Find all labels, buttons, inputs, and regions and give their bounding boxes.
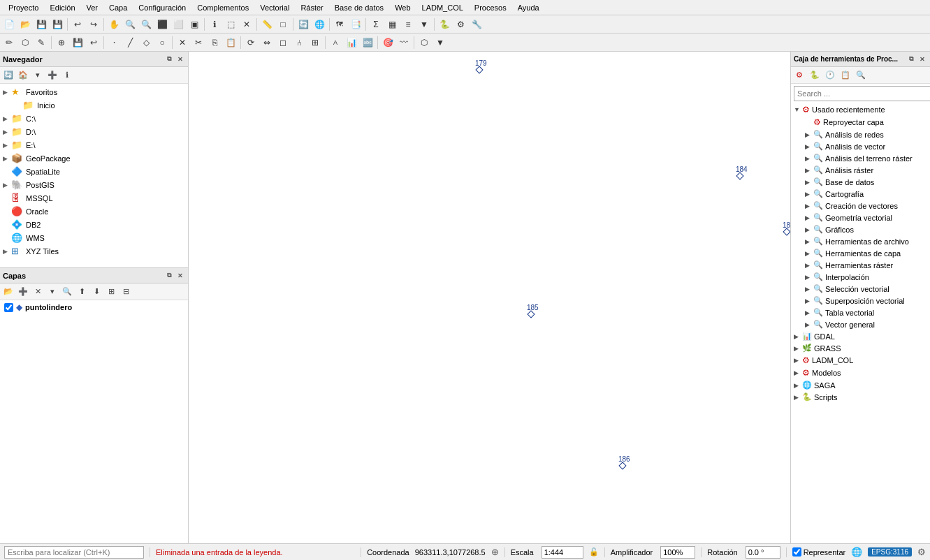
tb-zoom-in[interactable]: 🔍 [122, 17, 138, 32]
nav-info-btn[interactable]: ℹ [60, 68, 74, 82]
menu-web[interactable]: Web [389, 2, 416, 13]
proc-section-4[interactable]: ▶ 🔍 Análisis del terreno ráster [791, 152, 930, 164]
tb2-more2[interactable]: ▼ [433, 35, 448, 50]
tb2-label[interactable]: A [328, 35, 343, 50]
proc-section-5[interactable]: ▶ 🔍 Análisis ráster [791, 164, 930, 176]
tb2-snap[interactable]: 🎯 [380, 35, 395, 50]
tb2-add-ring[interactable]: ○ [154, 35, 170, 50]
tb-refresh[interactable]: 🔄 [296, 17, 311, 32]
layers-collapse-btn[interactable]: ⊟ [119, 285, 133, 299]
layers-filter2-btn[interactable]: 🔍 [60, 285, 74, 299]
tb-debug[interactable]: 🔧 [469, 17, 484, 32]
proc-section-13[interactable]: ▶ 🔍 Herramientas ráster [791, 259, 930, 271]
tb2-node[interactable]: ⬡ [17, 35, 33, 50]
proc-section-23[interactable]: ▶ 🌐 SAGA [791, 379, 930, 391]
nav-filter-btn[interactable]: ▾ [31, 68, 45, 82]
tb-stat[interactable]: Σ [368, 17, 384, 32]
proc-section-18[interactable]: ▶ 🔍 Vector general [791, 318, 930, 330]
layers-expand-btn[interactable]: ⊞ [104, 285, 118, 299]
proc-section-6[interactable]: ▶ 🔍 Base de datos [791, 176, 930, 188]
proc-section-9[interactable]: ▶ 🔍 Geometría vectorial [791, 212, 930, 223]
tb2-toggle[interactable]: ⊕ [54, 35, 69, 50]
tb-pan[interactable]: ✋ [106, 17, 122, 32]
tb2-cut[interactable]: ✂ [191, 35, 206, 50]
layer-checkbox-puntolindero[interactable] [4, 303, 13, 312]
proc-section-21[interactable]: ▶ ⚙ LADM_COL [791, 354, 930, 367]
proc-section-3[interactable]: ▶ 🔍 Análisis de vector [791, 140, 930, 152]
layers-close-btn[interactable]: ✕ [175, 271, 185, 281]
tb-identify[interactable]: ℹ [207, 17, 222, 32]
navigator-float-btn[interactable]: ⧉ [164, 54, 174, 64]
tb2-add-point[interactable]: ⬝ [106, 35, 122, 50]
status-scale-input[interactable] [542, 546, 583, 559]
tb2-diagram[interactable]: 📊 [344, 35, 359, 50]
tb2-rotate[interactable]: ⟳ [243, 35, 259, 50]
menu-base-datos[interactable]: Base de datos [329, 2, 389, 13]
proc-section-20[interactable]: ▶ 🌿 GRASS [791, 342, 930, 354]
tb2-edit[interactable]: ✎ [34, 35, 49, 50]
layers-add-btn[interactable]: ➕ [16, 285, 30, 299]
menu-vectorial[interactable]: Vectorial [254, 2, 295, 13]
tb2-simplify[interactable]: ◻ [275, 35, 291, 50]
nav-item-inicio[interactable]: 📁 Inicio [0, 98, 188, 112]
tb2-trace[interactable]: 〰 [396, 35, 412, 50]
tb-globe[interactable]: 🌐 [312, 17, 327, 32]
nav-item-d[interactable]: ▶ 📁 D:\ [0, 125, 188, 138]
nav-item-favoritos[interactable]: ▶ ★ Favoritos [0, 85, 188, 98]
layers-down-btn[interactable]: ⬇ [89, 285, 103, 299]
proc-section-17[interactable]: ▶ 🔍 Tabla vectorial [791, 307, 930, 318]
tb2-merge[interactable]: ⊞ [307, 35, 323, 50]
layer-item-puntolindero[interactable]: ◆ puntolindero [0, 300, 188, 314]
tb-open[interactable]: 📂 [17, 17, 33, 32]
tb2-roll[interactable]: ↩ [86, 35, 101, 50]
tb2-paste[interactable]: 📋 [223, 35, 238, 50]
nav-item-postgis[interactable]: ▶ 🐘 PostGIS [0, 178, 188, 191]
status-settings-icon[interactable]: ⚙ [917, 547, 926, 557]
proc-section-22[interactable]: ▶ ⚙ Modelos [791, 367, 930, 379]
tb-save-as[interactable]: 💾 [50, 17, 65, 32]
tb2-scale[interactable]: ⇔ [259, 35, 275, 50]
menu-edicion[interactable]: Edición [44, 2, 80, 13]
proc-section-14[interactable]: ▶ 🔍 Interpolación [791, 271, 930, 283]
layers-remove-btn[interactable]: ✕ [31, 285, 45, 299]
status-rot-input[interactable] [746, 546, 780, 559]
proc-section-24[interactable]: ▶ 🐍 Scripts [791, 391, 930, 403]
nav-item-geopackage[interactable]: ▶ 📦 GeoPackage [0, 152, 188, 165]
status-render-icon[interactable]: 🌐 [851, 547, 862, 557]
tb-deselect[interactable]: ✕ [239, 17, 254, 32]
tb2-field[interactable]: 🔤 [360, 35, 375, 50]
tb-measure[interactable]: 📏 [259, 17, 275, 32]
status-represent-checkbox[interactable] [792, 547, 801, 557]
tb-macro[interactable]: ⚙ [453, 17, 468, 32]
layers-open-btn[interactable]: 📂 [1, 285, 15, 299]
proc-section-1[interactable]: ⚙ Reproyectar capa [791, 116, 930, 128]
tb2-digitize[interactable]: ✏ [1, 35, 17, 50]
proc-section-10[interactable]: ▶ 🔍 Gráficos [791, 223, 930, 235]
nav-item-e[interactable]: ▶ 📁 E:\ [0, 138, 188, 152]
tb2-save-edits[interactable]: 💾 [70, 35, 85, 50]
nav-item-spatialite[interactable]: 🔷 SpatiaLite [0, 165, 188, 178]
navigator-close-btn[interactable]: ✕ [175, 54, 185, 64]
layers-filter-btn[interactable]: ▾ [45, 285, 59, 299]
layers-float-btn[interactable]: ⧉ [164, 271, 174, 281]
tb-save[interactable]: 💾 [34, 17, 49, 32]
nav-item-wms[interactable]: 🌐 WMS [0, 231, 188, 244]
processing-float-btn[interactable]: ⧉ [906, 54, 916, 64]
proc-section-12[interactable]: ▶ 🔍 Herramientas de capa [791, 247, 930, 259]
nav-item-oracle[interactable]: 🔴 Oracle [0, 205, 188, 218]
tb-new[interactable]: 📄 [1, 17, 17, 32]
proc-section-11[interactable]: ▶ 🔍 Herramientas de archivo [791, 235, 930, 247]
tb-zoom-out[interactable]: 🔍 [138, 17, 154, 32]
tb2-topology[interactable]: ⬡ [416, 35, 432, 50]
status-amp-input[interactable] [660, 546, 695, 559]
status-search-input[interactable] [4, 546, 144, 559]
proc-section-7[interactable]: ▶ 🔍 Cartografía [791, 188, 930, 200]
menu-capa[interactable]: Capa [103, 2, 133, 13]
nav-item-mssql[interactable]: 🗄 MSSQL [0, 191, 188, 205]
proc-section-16[interactable]: ▶ 🔍 Superposición vectorial [791, 295, 930, 307]
nav-home-btn[interactable]: 🏠 [16, 68, 30, 82]
tb2-add-line[interactable]: ╱ [122, 35, 138, 50]
tb-zoom-full[interactable]: ⬛ [154, 17, 170, 32]
proc-settings-btn[interactable]: ⚙ [792, 68, 806, 82]
nav-item-xyz[interactable]: ▶ ⊞ XYZ Tiles [0, 244, 188, 258]
